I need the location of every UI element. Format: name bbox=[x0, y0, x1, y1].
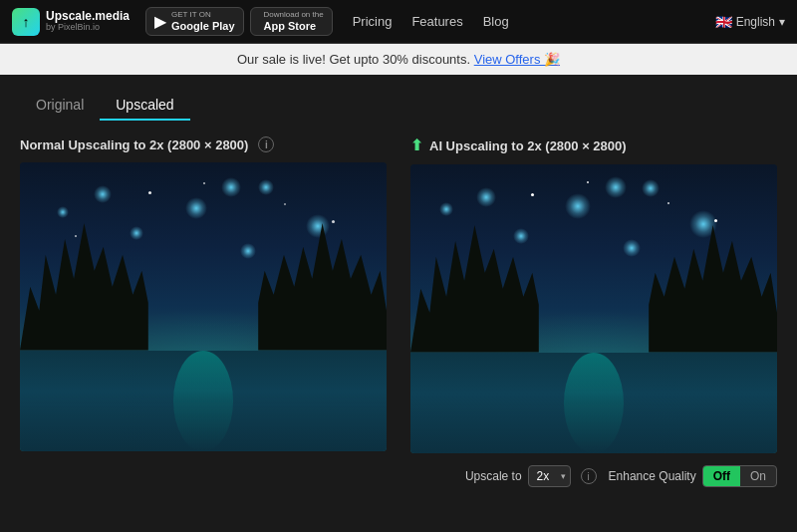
ai-trees-left bbox=[410, 193, 539, 353]
water bbox=[20, 351, 387, 452]
star-glow-8 bbox=[240, 243, 256, 259]
ai-night-scene bbox=[410, 164, 777, 453]
logo-sub-text: by PixelBin.io bbox=[46, 23, 130, 33]
google-play-button[interactable]: ▶ GET IT ON Google Play bbox=[145, 7, 244, 36]
scale-select[interactable]: 2x 4x 8x bbox=[528, 465, 571, 487]
star-glow-1 bbox=[94, 185, 112, 203]
ai-star-glow-8 bbox=[623, 239, 641, 257]
trees-left bbox=[20, 191, 148, 351]
normal-panel-title: Normal Upscaling to 2x (2800 × 2800) i bbox=[20, 136, 387, 152]
ai-image-container bbox=[410, 164, 777, 453]
main-content: Original Upscaled Normal Upscaling to 2x… bbox=[0, 75, 797, 503]
ai-star-3 bbox=[714, 219, 717, 222]
star-2 bbox=[203, 182, 205, 184]
flag-icon: 🇬🇧 bbox=[715, 14, 732, 30]
ai-panel: ⬆ AI Upscaling to 2x (2800 × 2800) bbox=[410, 136, 777, 487]
ai-water-reflection bbox=[564, 353, 624, 454]
view-offers-link[interactable]: View Offers 🎉 bbox=[474, 52, 560, 67]
app-buttons: ▶ GET IT ON Google Play Download on the … bbox=[145, 7, 333, 36]
logo: ↑ Upscale.media by PixelBin.io bbox=[12, 8, 132, 36]
normal-image-container bbox=[20, 162, 387, 451]
app-store-small: Download on the bbox=[264, 11, 324, 20]
ai-star-2 bbox=[587, 181, 589, 183]
scale-select-wrapper: 2x 4x 8x ▾ bbox=[528, 465, 571, 487]
header: ↑ Upscale.media by PixelBin.io ▶ GET IT … bbox=[0, 0, 797, 44]
upscale-control: Upscale to 2x 4x 8x ▾ i bbox=[465, 465, 597, 487]
toggle-on-button[interactable]: On bbox=[740, 466, 776, 486]
sale-text: Our sale is live! Get upto 30% discounts… bbox=[237, 52, 470, 67]
comparison-grid: Normal Upscaling to 2x (2800 × 2800) i bbox=[20, 136, 777, 487]
water-reflection bbox=[173, 351, 233, 452]
normal-night-scene bbox=[20, 162, 387, 451]
language-selector[interactable]: 🇬🇧 English ▾ bbox=[715, 14, 785, 30]
star-glow-6 bbox=[221, 177, 241, 197]
enhance-toggle: Off On bbox=[702, 465, 777, 487]
google-play-small: GET IT ON bbox=[171, 11, 235, 20]
nav-features[interactable]: Features bbox=[411, 14, 462, 29]
scale-info-icon[interactable]: i bbox=[581, 468, 597, 484]
normal-panel: Normal Upscaling to 2x (2800 × 2800) i bbox=[20, 136, 387, 487]
star-glow-5 bbox=[130, 226, 143, 240]
star-glow-2 bbox=[185, 197, 207, 219]
google-play-icon: ▶ bbox=[154, 12, 166, 31]
star-glow-3 bbox=[258, 179, 274, 195]
ai-star-glow-6 bbox=[605, 176, 627, 198]
google-play-large: Google Play bbox=[171, 20, 235, 32]
normal-title-text: Normal Upscaling to 2x (2800 × 2800) bbox=[20, 137, 248, 152]
ai-star-glow-7 bbox=[439, 202, 453, 216]
tab-original[interactable]: Original bbox=[20, 91, 100, 121]
info-icon[interactable]: i bbox=[258, 136, 274, 152]
ai-star-glow-3 bbox=[642, 179, 660, 197]
tab-upscaled[interactable]: Upscaled bbox=[100, 91, 189, 121]
ai-panel-title: ⬆ AI Upscaling to 2x (2800 × 2800) bbox=[410, 136, 777, 154]
toggle-off-button[interactable]: Off bbox=[703, 466, 740, 486]
star-glow-4 bbox=[306, 214, 330, 238]
sale-banner: Our sale is live! Get upto 30% discounts… bbox=[0, 44, 797, 75]
tabs: Original Upscaled bbox=[20, 91, 777, 121]
enhance-control: Enhance Quality Off On bbox=[609, 465, 777, 487]
ai-star-1 bbox=[531, 193, 534, 196]
star-1 bbox=[148, 191, 151, 194]
ai-water bbox=[410, 353, 777, 454]
language-label: English bbox=[736, 15, 775, 29]
nav-links: Pricing Features Blog bbox=[353, 14, 509, 29]
header-right: 🇬🇧 English ▾ bbox=[715, 14, 785, 30]
ai-star-glow-2 bbox=[565, 193, 591, 219]
app-store-large: App Store bbox=[264, 20, 324, 32]
enhance-label: Enhance Quality bbox=[609, 469, 696, 483]
star-3 bbox=[332, 220, 335, 223]
bottom-controls: Upscale to 2x 4x 8x ▾ i Enhance Quality bbox=[410, 465, 777, 487]
ai-upscale-icon: ⬆ bbox=[410, 136, 423, 154]
star-glow-7 bbox=[57, 206, 69, 218]
chevron-down-icon: ▾ bbox=[779, 15, 785, 29]
ai-star-4 bbox=[667, 202, 669, 204]
nav-blog[interactable]: Blog bbox=[483, 14, 509, 29]
logo-icon: ↑ bbox=[12, 8, 40, 36]
ai-star-glow-1 bbox=[476, 187, 496, 207]
upscale-label: Upscale to bbox=[465, 469, 522, 483]
app-store-button[interactable]: Download on the App Store bbox=[250, 7, 333, 36]
ai-star-glow-5 bbox=[513, 228, 529, 244]
star-5 bbox=[75, 235, 77, 237]
star-4 bbox=[284, 203, 286, 205]
nav-pricing[interactable]: Pricing bbox=[353, 14, 393, 29]
ai-title-text: AI Upscaling to 2x (2800 × 2800) bbox=[429, 138, 627, 153]
